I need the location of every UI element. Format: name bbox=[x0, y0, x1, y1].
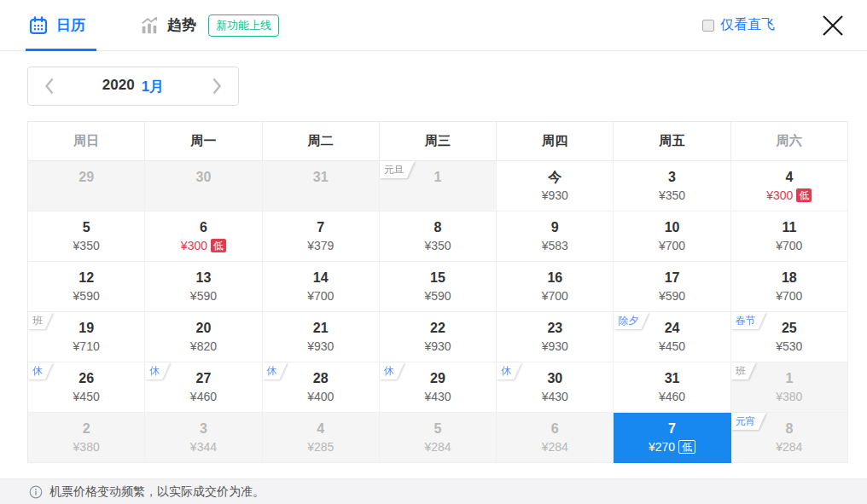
month-navigator: 2020 1月 bbox=[27, 67, 239, 106]
close-icon bbox=[820, 13, 846, 38]
calendar-day-cell[interactable]: 3¥350 bbox=[614, 161, 730, 211]
day-tag: 休 bbox=[263, 362, 288, 379]
day-price: ¥700 bbox=[614, 238, 730, 254]
low-price-badge: 低 bbox=[796, 188, 812, 202]
day-number: 14 bbox=[263, 269, 379, 287]
calendar-day-cell[interactable]: 18¥700 bbox=[731, 262, 848, 312]
calendar-day-cell[interactable]: 16¥700 bbox=[497, 262, 614, 312]
calendar-day-cell[interactable]: 5¥284 bbox=[380, 413, 497, 463]
day-number: 13 bbox=[145, 269, 261, 287]
low-price-badge: 低 bbox=[678, 440, 695, 454]
calendar-day-cell[interactable]: 休27¥460 bbox=[145, 362, 262, 413]
calendar-day-cell[interactable]: 元宵8¥284 bbox=[731, 413, 848, 463]
direct-only-checkbox[interactable] bbox=[702, 20, 714, 32]
direct-only-toggle[interactable]: 仅看直飞 bbox=[702, 16, 775, 34]
calendar-day-cell: 29 bbox=[28, 161, 145, 211]
day-price: ¥460 bbox=[145, 389, 261, 405]
calendar-day-cell[interactable]: 6¥284 bbox=[497, 413, 614, 463]
low-price-badge: 低 bbox=[211, 239, 226, 252]
day-price: ¥270低 bbox=[614, 439, 730, 455]
day-price: ¥700 bbox=[263, 288, 379, 304]
day-price: ¥930 bbox=[497, 188, 613, 204]
day-price: ¥710 bbox=[28, 339, 144, 355]
weekday-header: 周二 bbox=[263, 122, 380, 161]
day-tag: 班 bbox=[28, 312, 53, 329]
calendar-day-cell[interactable]: 4¥300低 bbox=[731, 161, 848, 211]
day-price: ¥350 bbox=[614, 188, 730, 204]
prev-month-button[interactable] bbox=[38, 75, 61, 97]
day-price: ¥430 bbox=[380, 389, 496, 405]
calendar-day-cell[interactable]: 11¥700 bbox=[731, 211, 848, 262]
day-tag: 休 bbox=[28, 362, 53, 379]
calendar-day-cell[interactable]: 休30¥430 bbox=[497, 362, 614, 413]
calendar-day-cell[interactable]: 9¥583 bbox=[497, 211, 614, 262]
calendar-day-cell[interactable]: 21¥930 bbox=[263, 312, 380, 362]
calendar-day-cell[interactable]: 7¥379 bbox=[263, 211, 380, 262]
calendar-day-cell[interactable]: 15¥590 bbox=[380, 262, 497, 312]
calendar-day-cell[interactable]: 8¥350 bbox=[380, 211, 497, 262]
day-number: 2 bbox=[28, 420, 144, 437]
day-tag: 元宵 bbox=[731, 413, 766, 430]
calendar-day-cell[interactable]: 17¥590 bbox=[614, 262, 730, 312]
year-label: 2020 bbox=[102, 77, 135, 96]
day-tag: 休 bbox=[145, 362, 170, 379]
day-number: 9 bbox=[497, 219, 613, 236]
month-display: 2020 1月 bbox=[102, 77, 164, 96]
day-price: ¥450 bbox=[614, 339, 730, 355]
calendar-day-cell[interactable]: 休26¥450 bbox=[28, 362, 145, 413]
day-number: 23 bbox=[497, 320, 613, 337]
day-number: 5 bbox=[28, 219, 144, 236]
day-number: 21 bbox=[263, 320, 379, 337]
chevron-left-icon bbox=[43, 76, 56, 96]
calendar-day-cell[interactable]: 休28¥400 bbox=[263, 362, 380, 413]
calendar-day-cell[interactable]: 14¥700 bbox=[263, 262, 380, 312]
calendar-day-cell[interactable]: 班1¥380 bbox=[731, 362, 848, 413]
day-number: 31 bbox=[263, 169, 379, 186]
calendar-day-cell[interactable]: 5¥350 bbox=[28, 211, 145, 262]
day-number: 4 bbox=[263, 420, 379, 437]
weekday-header: 周一 bbox=[145, 122, 262, 161]
calendar-day-cell[interactable]: 13¥590 bbox=[145, 262, 262, 312]
calendar-day-cell[interactable]: 除夕24¥450 bbox=[614, 312, 730, 362]
calendar-day-cell[interactable]: 3¥344 bbox=[145, 413, 262, 463]
day-price: ¥350 bbox=[28, 238, 144, 254]
calendar-day-cell[interactable]: 23¥930 bbox=[497, 312, 614, 362]
calendar-day-cell[interactable]: 10¥700 bbox=[614, 211, 730, 262]
day-number: 15 bbox=[380, 269, 496, 287]
calendar-day-cell[interactable]: 22¥930 bbox=[380, 312, 497, 362]
day-price: ¥285 bbox=[263, 439, 379, 455]
chevron-right-icon bbox=[210, 76, 224, 96]
day-price: ¥450 bbox=[28, 389, 144, 405]
day-price: ¥380 bbox=[28, 439, 144, 455]
price-disclaimer-text: 机票价格变动频繁，以实际成交价为准。 bbox=[49, 484, 265, 500]
calendar-icon bbox=[29, 16, 48, 35]
calendar-day-cell[interactable]: 20¥820 bbox=[145, 312, 262, 362]
day-number: 6 bbox=[497, 420, 613, 437]
day-price: ¥590 bbox=[614, 288, 730, 304]
day-price: ¥930 bbox=[497, 339, 613, 355]
calendar-day-cell[interactable]: 12¥590 bbox=[28, 262, 145, 312]
day-tag: 休 bbox=[380, 362, 404, 379]
day-tag: 休 bbox=[497, 362, 521, 379]
calendar-day-cell: 31 bbox=[263, 161, 380, 211]
calendar-day-cell: 30 bbox=[145, 161, 262, 211]
next-month-button[interactable] bbox=[206, 75, 228, 97]
calendar-day-cell[interactable]: 春节25¥530 bbox=[731, 312, 848, 362]
day-price: ¥583 bbox=[497, 238, 613, 254]
calendar-day-cell[interactable]: 4¥285 bbox=[263, 413, 380, 463]
calendar-day-cell[interactable]: 31¥460 bbox=[614, 362, 730, 413]
calendar-day-cell[interactable]: 7¥270低 bbox=[614, 413, 730, 463]
tab-trend[interactable]: 趋势 bbox=[140, 15, 196, 35]
calendar-day-cell[interactable]: 班19¥710 bbox=[28, 312, 145, 362]
tab-calendar[interactable]: 日历 bbox=[29, 15, 85, 35]
close-button[interactable] bbox=[819, 12, 847, 39]
calendar-day-cell[interactable]: 休29¥430 bbox=[380, 362, 497, 413]
new-feature-badge: 新功能上线 bbox=[208, 14, 279, 37]
calendar-day-cell[interactable]: 6¥300低 bbox=[145, 211, 262, 262]
day-price: ¥700 bbox=[731, 288, 847, 304]
day-price: ¥930 bbox=[380, 339, 496, 355]
calendar-day-cell[interactable]: 今¥930 bbox=[497, 161, 614, 211]
active-tab-underline bbox=[26, 49, 96, 51]
calendar-day-cell[interactable]: 2¥380 bbox=[28, 413, 145, 463]
day-number: 30 bbox=[145, 169, 261, 186]
